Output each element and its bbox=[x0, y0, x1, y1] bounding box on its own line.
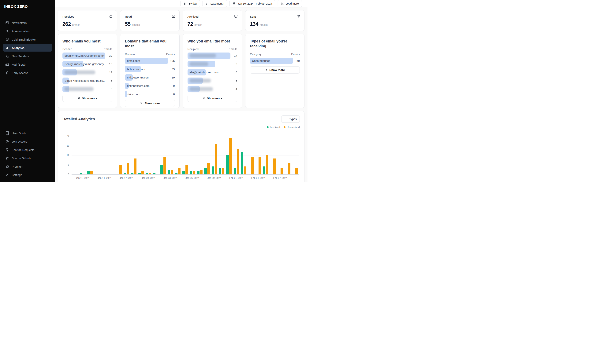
list-card-title: Who you email the most bbox=[188, 39, 237, 44]
bar-chart-icon bbox=[5, 46, 9, 50]
crown-icon bbox=[5, 165, 9, 168]
list-row-value: 5 bbox=[231, 79, 237, 82]
bar-archived bbox=[204, 168, 207, 174]
sidebar-item-feature-requests[interactable]: Feature Requests bbox=[3, 146, 52, 154]
bar-chart: 06121824Jan 11, 2024Jan 14, 2024Jan 17, … bbox=[71, 136, 299, 174]
sidebar-item-mail-beta[interactable]: Mail (Beta) bbox=[3, 61, 52, 68]
sidebar-item-newsletters[interactable]: Newsletters bbox=[3, 19, 52, 26]
bar-unarchived bbox=[222, 168, 224, 174]
show-more-label: Show more bbox=[144, 102, 160, 105]
jan-10-2024-feb-09-2024-button[interactable]: Jan 10, 2024 - Feb 09, 2024 bbox=[230, 0, 275, 7]
list-row: Stripe <notifications@stripe.co...6 bbox=[62, 78, 112, 84]
list-row-label: stripe.com bbox=[127, 91, 140, 97]
bar-unarchived bbox=[134, 158, 137, 174]
bar-unarchived bbox=[90, 171, 93, 174]
load-more-button[interactable]: Load more bbox=[278, 0, 302, 7]
sidebar-item-analytics[interactable]: Analytics bbox=[3, 44, 52, 52]
chevrons-down-icon bbox=[202, 97, 205, 100]
gridline bbox=[71, 165, 299, 165]
mail-open-icon bbox=[172, 15, 175, 18]
nav-item-label: Premium bbox=[12, 165, 23, 168]
bar-unarchived bbox=[251, 157, 254, 174]
y-axis-tick-label: 12 bbox=[67, 154, 69, 156]
list-row: 9 bbox=[188, 61, 237, 67]
x-axis-tick-label: Jan 20, 2024 bbox=[142, 177, 155, 179]
stat-card-read: Read55emails bbox=[120, 10, 179, 31]
x-axis-tick-label: Jan 26, 2024 bbox=[185, 177, 199, 179]
stat-card-sent: Sent134emails bbox=[245, 10, 304, 31]
gridline bbox=[71, 174, 299, 175]
bar-unarchived bbox=[244, 167, 246, 174]
bar-unarchived bbox=[281, 168, 283, 174]
calendar-icon bbox=[232, 2, 236, 5]
bar-archived bbox=[175, 173, 178, 174]
legend-dot bbox=[267, 126, 269, 128]
bar-archived bbox=[219, 168, 221, 174]
bar-unarchived bbox=[193, 171, 195, 174]
sidebar-item-join-discord[interactable]: Join Discord bbox=[3, 138, 52, 145]
list-row: 5 bbox=[188, 78, 237, 84]
nav-item-label: Settings bbox=[12, 173, 22, 177]
bar-unarchived bbox=[164, 157, 166, 174]
column-header: Emails bbox=[291, 52, 300, 56]
redacted-text bbox=[190, 87, 213, 91]
list-row-label: Sentry <noreply@md.getsentry.... bbox=[65, 61, 107, 67]
redacted-text bbox=[190, 79, 211, 83]
list-row-label: getinboxzero.com bbox=[127, 83, 149, 89]
app-logo: INBOX ZERO bbox=[0, 0, 55, 11]
bar-unarchived bbox=[259, 157, 261, 174]
bar-unarchived bbox=[266, 155, 268, 174]
inbox-icon bbox=[5, 63, 9, 66]
bar-archived bbox=[138, 173, 141, 174]
sidebar-item-settings[interactable]: Settings bbox=[3, 171, 52, 179]
sidebar-item-cold-email-blocker[interactable]: Cold Email Blocker bbox=[3, 36, 52, 43]
x-axis-tick-label: Jan 29, 2024 bbox=[207, 177, 221, 179]
nav-item-label: New Senders bbox=[12, 55, 29, 58]
y-axis-tick-label: 24 bbox=[67, 135, 69, 137]
sidebar-footer-nav: User GuideJoin DiscordFeature RequestsSt… bbox=[0, 129, 55, 182]
bar-archived bbox=[87, 171, 90, 174]
y-axis-tick-label: 0 bbox=[68, 173, 69, 176]
sidebar-item-ai-automation[interactable]: AI Automation bbox=[3, 27, 52, 35]
show-more-button[interactable]: Show more bbox=[125, 100, 175, 107]
mail-check-icon bbox=[234, 15, 238, 18]
show-more-button[interactable]: Show more bbox=[62, 95, 112, 102]
bar-archived bbox=[168, 170, 170, 174]
bar-unarchived bbox=[141, 171, 144, 174]
list-row: gmail.com105 bbox=[125, 58, 175, 64]
chevrons-down-icon bbox=[140, 102, 143, 105]
column-header: Emails bbox=[229, 47, 237, 51]
last-month-button[interactable]: Last month bbox=[203, 0, 227, 7]
show-more-label: Show more bbox=[82, 97, 97, 100]
sidebar-item-user-guide[interactable]: User Guide bbox=[3, 129, 52, 137]
by-day-button[interactable]: By day bbox=[180, 0, 200, 7]
bar-unarchived bbox=[273, 158, 276, 174]
gear-icon bbox=[5, 173, 9, 177]
list-row-value: 19 bbox=[168, 76, 175, 79]
show-more-label: Show more bbox=[269, 68, 285, 71]
stat-unit: emails bbox=[260, 23, 268, 26]
button-label: Jan 10, 2024 - Feb 09, 2024 bbox=[237, 2, 272, 5]
column-header: Domain bbox=[125, 52, 135, 56]
show-more-button[interactable]: Show more bbox=[250, 66, 300, 74]
bar-unarchived bbox=[229, 138, 232, 174]
sidebar-item-early-access[interactable]: Early Access bbox=[3, 69, 52, 77]
y-axis-tick-label: 6 bbox=[68, 164, 69, 166]
list-row: beehiiv <buzz@tx.beehiiv.com>39 bbox=[62, 52, 112, 59]
sidebar-item-star-on-github[interactable]: Star on GitHub bbox=[3, 154, 52, 162]
list-row-value: 39 bbox=[105, 54, 112, 57]
list-row-label: Uncategorized bbox=[252, 58, 271, 64]
legend-label: Unarchived bbox=[287, 126, 300, 129]
list-card-types-of-email-you-re-receiving: Types of email you're receivingCategoryE… bbox=[245, 34, 304, 108]
book-icon bbox=[5, 131, 9, 135]
legend-item-archived: Archived bbox=[267, 126, 280, 129]
column-header: Category bbox=[250, 52, 261, 56]
bar-unarchived bbox=[149, 173, 151, 174]
list-row-value: 13 bbox=[105, 71, 112, 74]
button-label: Load more bbox=[286, 2, 299, 5]
sidebar-item-premium[interactable]: Premium bbox=[3, 163, 52, 170]
sidebar-item-new-senders[interactable]: New Senders bbox=[3, 52, 52, 60]
show-more-button[interactable]: Show more bbox=[188, 95, 237, 102]
main-area: By dayLast monthJan 10, 2024 - Feb 09, 2… bbox=[55, 0, 307, 182]
types-filter-button[interactable]: Types bbox=[281, 116, 300, 123]
